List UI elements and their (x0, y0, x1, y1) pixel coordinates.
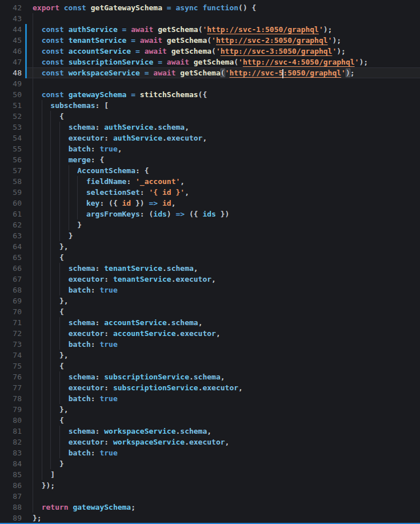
code-line[interactable]: 66 schema: tenantService.schema, (0, 263, 420, 274)
code-line[interactable]: 76 schema: subscriptionService.schema, (0, 371, 420, 382)
line-number[interactable]: 76 (0, 371, 22, 382)
code-line[interactable]: 62 } (0, 219, 420, 230)
code-line[interactable]: 72 executor: accountService.executor, (0, 328, 420, 339)
line-number[interactable]: 79 (0, 404, 22, 415)
line-number[interactable]: 65 (0, 252, 22, 263)
line-number[interactable]: 62 (0, 219, 22, 230)
line-number[interactable]: 67 (0, 274, 22, 285)
url-link[interactable]: http://svc-2:5050/graphql (216, 36, 328, 45)
line-number[interactable]: 69 (0, 295, 22, 306)
code-line[interactable]: 55 batch: true, (0, 143, 420, 154)
code-line[interactable]: 53 schema: authService.schema, (0, 122, 420, 133)
line-number[interactable]: 66 (0, 263, 22, 274)
code-line[interactable]: 70 { (0, 306, 420, 317)
line-number[interactable]: 45 (0, 35, 22, 46)
code-line[interactable]: 84 } (0, 458, 420, 469)
line-number[interactable]: 82 (0, 437, 22, 447)
line-number[interactable]: 83 (0, 447, 22, 458)
line-number[interactable]: 85 (0, 469, 22, 480)
code-line[interactable]: 44 const authService = await getSchema('… (0, 24, 420, 35)
line-number[interactable]: 77 (0, 382, 22, 393)
code-line[interactable]: 88 return gatewaySchema; (0, 502, 420, 513)
line-number[interactable]: 42 (0, 2, 22, 13)
line-number[interactable]: 57 (0, 165, 22, 176)
line-number[interactable]: 48 (0, 67, 22, 78)
url-link[interactable]: http://svc-5 (229, 69, 283, 77)
line-number[interactable]: 88 (0, 502, 22, 513)
line-number[interactable]: 73 (0, 339, 22, 350)
code-line[interactable]: 60 key: ({ id }) => id, (0, 198, 420, 209)
code-line[interactable]: 83 batch: true (0, 447, 420, 458)
code-line[interactable]: 75 { (0, 361, 420, 371)
code-line[interactable]: 87 (0, 491, 420, 502)
line-number[interactable]: 59 (0, 187, 22, 198)
line-number[interactable]: 58 (0, 176, 22, 187)
code-line[interactable]: 48 const workspaceService = await getSch… (0, 67, 420, 78)
line-number[interactable]: 80 (0, 415, 22, 426)
line-number[interactable]: 43 (0, 13, 22, 24)
line-number[interactable]: 89 (0, 513, 22, 523)
code-line[interactable]: 81 schema: workspaceService.schema, (0, 426, 420, 437)
line-number[interactable]: 51 (0, 100, 22, 111)
code-line[interactable]: 56 merge: { (0, 154, 420, 165)
line-number[interactable]: 49 (0, 78, 22, 89)
code-line[interactable]: 80 { (0, 415, 420, 426)
line-number[interactable]: 54 (0, 133, 22, 143)
line-number[interactable]: 50 (0, 89, 22, 100)
code-line[interactable]: 50 const gatewaySchema = stitchSchemas({ (0, 89, 420, 100)
line-number[interactable]: 74 (0, 350, 22, 361)
code-line[interactable]: 86 }); (0, 480, 420, 491)
line-number[interactable]: 68 (0, 285, 22, 295)
code-line[interactable]: 67 executor: tenantService.executor, (0, 274, 420, 285)
line-number[interactable]: 53 (0, 122, 22, 133)
code-line[interactable]: 73 batch: true (0, 339, 420, 350)
code-line[interactable]: 58 fieldName: '_account', (0, 176, 420, 187)
code-line[interactable]: 89}; (0, 513, 420, 523)
code-line[interactable]: 85 ] (0, 469, 420, 480)
line-number[interactable]: 60 (0, 198, 22, 209)
code-line[interactable]: 61 argsFromKeys: (ids) => ({ ids }) (0, 209, 420, 219)
code-line[interactable]: 63 } (0, 230, 420, 241)
url-link[interactable]: http://svc-4:5050/graphql (243, 58, 355, 66)
code-line[interactable]: 54 executor: authService.executor, (0, 133, 420, 143)
code-line[interactable]: 43 (0, 13, 420, 24)
line-number[interactable]: 75 (0, 361, 22, 371)
line-number[interactable]: 44 (0, 24, 22, 35)
code-line[interactable]: 49 (0, 78, 420, 89)
line-number[interactable]: 61 (0, 209, 22, 219)
url-link[interactable]: :5050/graphql (283, 69, 341, 77)
code-line[interactable]: 64 }, (0, 241, 420, 252)
line-number[interactable]: 70 (0, 306, 22, 317)
code-line[interactable]: 57 AccountSchema: { (0, 165, 420, 176)
url-link[interactable]: http://svc-3:5050/graphql (221, 47, 333, 55)
code-line[interactable]: 78 batch: true (0, 393, 420, 404)
line-number[interactable]: 63 (0, 230, 22, 241)
line-number[interactable]: 64 (0, 241, 22, 252)
code-line[interactable]: 42export const getGatewaySchema = async … (0, 2, 420, 13)
code-line[interactable]: 47 const subscriptionService = await get… (0, 57, 420, 67)
line-number[interactable]: 84 (0, 458, 22, 469)
line-number[interactable]: 46 (0, 46, 22, 57)
code-line[interactable]: 79 }, (0, 404, 420, 415)
line-number[interactable]: 78 (0, 393, 22, 404)
code-line[interactable]: 46 const accountService = await getSchem… (0, 46, 420, 57)
line-number[interactable]: 52 (0, 111, 22, 122)
line-number[interactable]: 71 (0, 317, 22, 328)
code-line[interactable]: 71 schema: accountService.schema, (0, 317, 420, 328)
code-line[interactable]: 77 executor: subscriptionService.executo… (0, 382, 420, 393)
code-line[interactable]: 68 batch: true (0, 285, 420, 295)
line-number[interactable]: 81 (0, 426, 22, 437)
line-number[interactable]: 72 (0, 328, 22, 339)
code-line[interactable]: 45 const tenantService = await getSchema… (0, 35, 420, 46)
code-line[interactable]: 52 { (0, 111, 420, 122)
code-line[interactable]: 69 }, (0, 295, 420, 306)
line-number[interactable]: 86 (0, 480, 22, 491)
code-line[interactable]: 51 subschemas: [ (0, 100, 420, 111)
url-link[interactable]: http://svc-1:5050/graphql (207, 25, 319, 34)
line-number[interactable]: 55 (0, 143, 22, 154)
line-number[interactable]: 87 (0, 491, 22, 502)
code-line[interactable]: 82 executor: workspaceService.executor, (0, 437, 420, 447)
line-number[interactable]: 47 (0, 57, 22, 67)
line-number[interactable]: 56 (0, 154, 22, 165)
code-line[interactable]: 74 }, (0, 350, 420, 361)
